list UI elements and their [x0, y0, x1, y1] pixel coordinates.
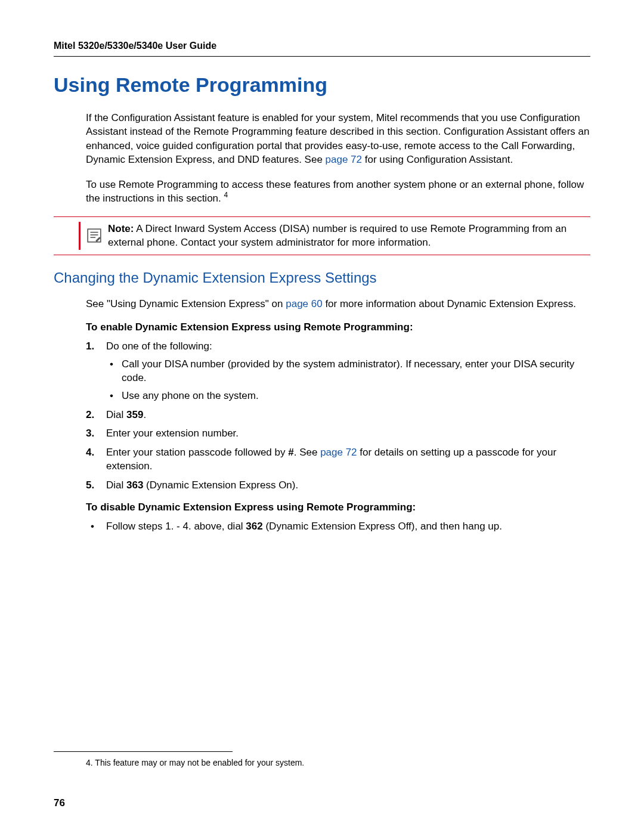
intro-paragraph-1: If the Configuration Assistant feature i… [86, 111, 590, 167]
bullet: Follow steps 1. - 4. above, dial 362 (Dy… [86, 519, 590, 533]
disable-bullets: Follow steps 1. - 4. above, dial 362 (Dy… [86, 519, 590, 533]
running-header: Mitel 5320e/5330e/5340e User Guide [54, 41, 590, 57]
text: . [143, 409, 146, 420]
footnote-area: 4. This feature may or may not be enable… [54, 751, 590, 767]
step-2: Dial 359. [86, 408, 590, 422]
text: Enter your station passcode followed by [106, 447, 288, 458]
link-page-72-b[interactable]: page 72 [320, 447, 357, 458]
section-heading: Changing the Dynamic Extension Express S… [54, 270, 590, 286]
note-label: Note: [108, 223, 134, 234]
note-block: Note: A Direct Inward System Access (DIS… [54, 216, 590, 255]
step-4: Enter your station passcode followed by … [86, 445, 590, 473]
bullet: Use any phone on the system. [106, 389, 590, 402]
text: See "Using Dynamic Extension Express" on [86, 298, 286, 309]
enable-steps: Do one of the following: Call your DISA … [86, 339, 590, 492]
svg-rect-0 [88, 229, 101, 242]
footnote-ref: 4 [224, 191, 228, 200]
footnote-rule [54, 751, 233, 752]
text: To use Remote Programming to access thes… [86, 179, 584, 204]
page: Mitel 5320e/5330e/5340e User Guide Using… [0, 0, 644, 833]
dial-code: 359 [126, 409, 143, 420]
dial-code: 363 [126, 479, 143, 491]
bullet: Call your DISA number (provided by the s… [106, 357, 590, 385]
note-text: Note: A Direct Inward System Access (DIS… [108, 222, 590, 250]
note-body: A Direct Inward System Access (DISA) num… [108, 223, 566, 248]
dial-code: 362 [246, 521, 262, 532]
enable-heading: To enable Dynamic Extension Express usin… [86, 321, 590, 333]
step-3: Enter your extension number. [86, 426, 590, 440]
footnote-marker: 4. [86, 758, 93, 767]
footnote-text: This feature may or may not be enabled f… [93, 758, 305, 767]
section-body: See "Using Dynamic Extension Express" on… [86, 297, 590, 534]
text: (Dynamic Extension Express On). [143, 479, 298, 491]
page-title: Using Remote Programming [54, 73, 590, 97]
text: Dial [106, 409, 126, 420]
text: Dial [106, 479, 126, 491]
text: (Dynamic Extension Express Off), and the… [263, 521, 502, 532]
pound-key: # [288, 447, 293, 458]
text: for using Configuration Assistant. [362, 154, 513, 165]
link-page-60[interactable]: page 60 [286, 298, 322, 309]
disable-heading: To disable Dynamic Extension Express usi… [86, 501, 590, 513]
note-accent-bar [79, 222, 80, 250]
footnote: 4. This feature may or may not be enable… [54, 758, 590, 767]
text: Follow steps 1. - 4. above, dial [106, 521, 246, 532]
step-1-bullets: Call your DISA number (provided by the s… [106, 357, 590, 403]
see-paragraph: See "Using Dynamic Extension Express" on… [86, 297, 590, 311]
intro-block: If the Configuration Assistant feature i… [86, 111, 590, 206]
step-text: Do one of the following: [106, 340, 212, 352]
link-page-72[interactable]: page 72 [326, 154, 362, 165]
intro-paragraph-2: To use Remote Programming to access thes… [86, 178, 590, 206]
note-icon [86, 228, 102, 243]
text: for more information about Dynamic Exten… [323, 298, 576, 309]
step-1: Do one of the following: Call your DISA … [86, 339, 590, 403]
text: . See [294, 447, 320, 458]
step-5: Dial 363 (Dynamic Extension Express On). [86, 478, 590, 492]
page-number: 76 [54, 797, 65, 809]
